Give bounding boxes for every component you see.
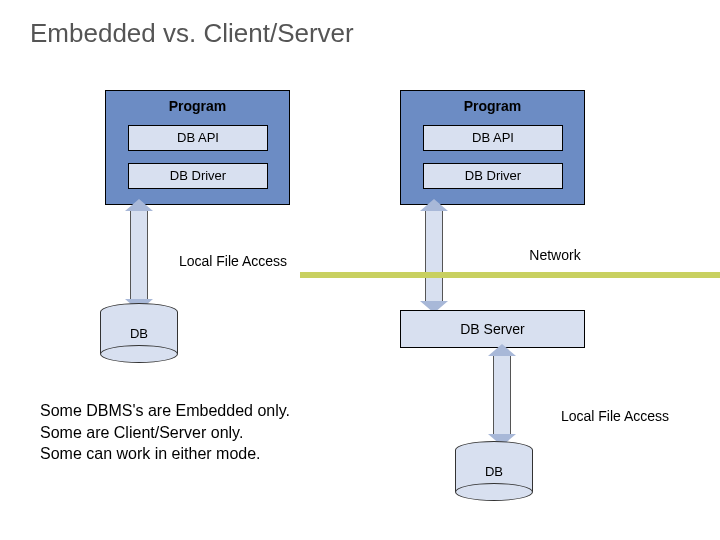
footnote-line-1: Some DBMS's are Embedded only. — [40, 400, 290, 422]
embedded-db-driver-box: DB Driver — [128, 163, 268, 189]
server-db-label: DB — [456, 464, 532, 479]
embedded-program-box: Program DB API DB Driver — [105, 90, 290, 205]
network-label: Network — [510, 247, 600, 263]
footnote-line-2: Some are Client/Server only. — [40, 422, 290, 444]
footnote-line-3: Some can work in either mode. — [40, 443, 290, 465]
embedded-program-label: Program — [106, 98, 289, 114]
client-network-arrow-icon — [425, 210, 443, 302]
network-line-icon — [300, 272, 720, 278]
page-title: Embedded vs. Client/Server — [30, 18, 354, 49]
client-db-api-box: DB API — [423, 125, 563, 151]
server-db-cylinder-icon: DB — [455, 450, 533, 492]
embedded-arrow-icon — [130, 210, 148, 300]
server-db-arrow-icon — [493, 355, 511, 435]
db-server-box: DB Server — [400, 310, 585, 348]
client-program-label: Program — [401, 98, 584, 114]
client-db-driver-box: DB Driver — [423, 163, 563, 189]
server-local-file-access-label: Local File Access — [540, 408, 690, 424]
embedded-db-api-box: DB API — [128, 125, 268, 151]
embedded-local-file-access-label: Local File Access — [158, 253, 308, 269]
embedded-db-label: DB — [101, 326, 177, 341]
client-program-box: Program DB API DB Driver — [400, 90, 585, 205]
embedded-db-cylinder-icon: DB — [100, 312, 178, 354]
footnote-text: Some DBMS's are Embedded only. Some are … — [40, 400, 290, 465]
